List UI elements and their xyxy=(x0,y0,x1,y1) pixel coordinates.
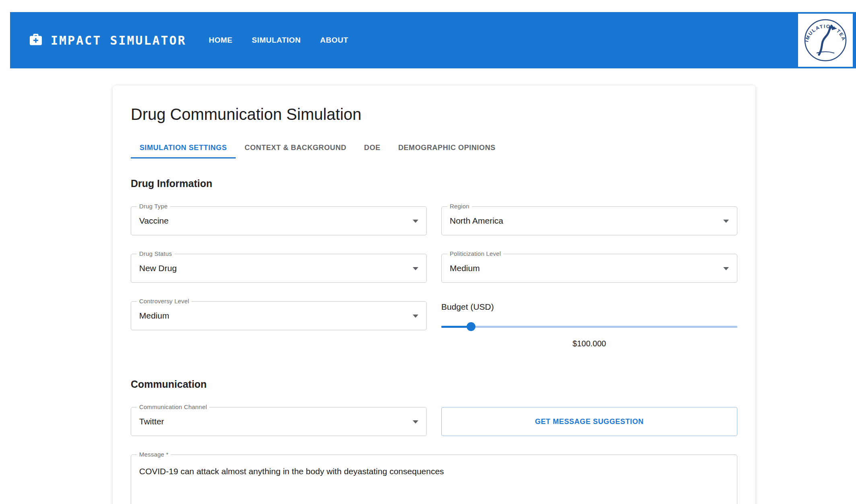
app-header: IMPACT SIMULATOR HOME SIMULATION ABOUT S… xyxy=(10,12,856,68)
dropdown-arrow-icon xyxy=(413,267,418,270)
region-label: Region xyxy=(447,203,472,210)
tab-doe[interactable]: DOE xyxy=(355,137,389,158)
simulation-card: Drug Communication Simulation SIMULATION… xyxy=(113,85,755,504)
get-message-suggestion-button[interactable]: GET MESSAGE SUGGESTION xyxy=(441,407,737,436)
drug-type-label: Drug Type xyxy=(137,203,170,210)
medical-bag-icon xyxy=(28,32,43,49)
budget-label: Budget (USD) xyxy=(441,302,737,312)
budget-control: Budget (USD) $100.000 xyxy=(441,301,737,348)
message-value: COVID-19 can attack almost anything in t… xyxy=(139,465,444,477)
drug-type-value: Vaccine xyxy=(139,216,169,226)
politicization-level-select[interactable]: Politicization Level Medium xyxy=(441,254,737,283)
nav-about[interactable]: ABOUT xyxy=(320,36,348,45)
slider-thumb[interactable] xyxy=(467,322,475,331)
controversy-level-select[interactable]: Controversy Level Medium xyxy=(131,301,427,330)
main-nav: HOME SIMULATION ABOUT xyxy=(209,36,348,45)
drug-status-select[interactable]: Drug Status New Drug xyxy=(131,254,427,283)
controversy-level-value: Medium xyxy=(139,311,169,321)
tab-demographic-opinions[interactable]: DEMOGRAPHIC OPINIONS xyxy=(389,137,504,158)
tab-bar: SIMULATION SETTINGS CONTEXT & BACKGROUND… xyxy=(131,137,737,158)
dropdown-arrow-icon xyxy=(723,267,729,270)
drug-type-select[interactable]: Drug Type Vaccine xyxy=(131,206,427,235)
simulation-team-logo: SIMULATION TEAM xyxy=(798,14,853,67)
communication-channel-value: Twitter xyxy=(139,417,164,426)
budget-slider[interactable] xyxy=(441,322,737,331)
message-label: Message * xyxy=(137,451,171,458)
page-title: Drug Communication Simulation xyxy=(131,105,737,123)
message-input[interactable]: Message * COVID-19 can attack almost any… xyxy=(131,455,737,504)
slider-rail xyxy=(441,326,737,328)
communication-form: Communication Channel Twitter GET MESSAG… xyxy=(131,407,737,436)
dropdown-arrow-icon xyxy=(413,420,418,424)
communication-channel-select[interactable]: Communication Channel Twitter xyxy=(131,407,427,436)
politicization-level-value: Medium xyxy=(450,263,480,273)
dropdown-arrow-icon xyxy=(723,220,729,223)
budget-value: $100.000 xyxy=(441,339,737,348)
communication-channel-label: Communication Channel xyxy=(137,403,209,410)
controversy-level-label: Controversy Level xyxy=(137,298,191,304)
drug-information-form: Drug Type Vaccine Region North America D… xyxy=(131,206,737,348)
communication-heading: Communication xyxy=(131,379,737,390)
region-value: North America xyxy=(450,216,503,226)
politicization-level-label: Politicization Level xyxy=(447,250,503,257)
drug-status-label: Drug Status xyxy=(137,250,174,257)
drug-status-value: New Drug xyxy=(139,263,177,273)
nav-simulation[interactable]: SIMULATION xyxy=(252,36,301,45)
tab-simulation-settings[interactable]: SIMULATION SETTINGS xyxy=(131,137,236,158)
nav-home[interactable]: HOME xyxy=(209,36,233,45)
region-select[interactable]: Region North America xyxy=(441,206,737,235)
tab-context-background[interactable]: CONTEXT & BACKGROUND xyxy=(236,137,355,158)
dropdown-arrow-icon xyxy=(413,315,418,318)
brand-title: IMPACT SIMULATOR xyxy=(51,33,186,47)
drug-information-heading: Drug Information xyxy=(131,178,737,189)
brand-link[interactable]: IMPACT SIMULATOR xyxy=(28,32,186,49)
dropdown-arrow-icon xyxy=(413,220,418,223)
